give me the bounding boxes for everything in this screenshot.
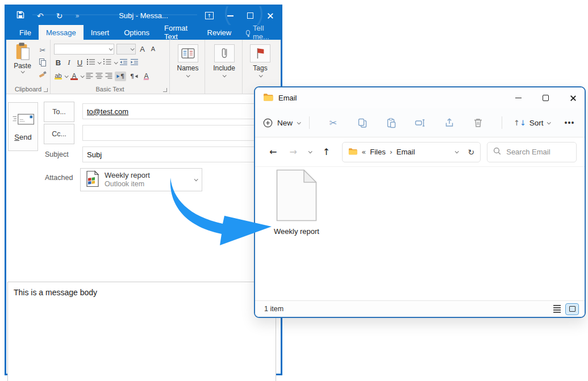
redo-icon[interactable]: ↻ (56, 11, 63, 20)
highlight-button[interactable]: ab (54, 73, 62, 79)
file-weekly-report[interactable]: Weekly report (265, 169, 328, 236)
tags-button[interactable]: Tags (246, 42, 274, 85)
save-icon[interactable] (16, 11, 24, 21)
breadcrumb-prefix: « (361, 148, 366, 156)
format-painter-icon[interactable] (37, 69, 48, 78)
font-color-dropdown-icon[interactable] (81, 74, 85, 78)
font-color-button[interactable]: A (70, 73, 78, 80)
ribbon-tabs: File Message Insert Options Format Text … (6, 25, 281, 40)
sort-arrows-icon: ↑↓ (514, 119, 526, 127)
copy-icon[interactable] (37, 57, 48, 66)
forward-icon[interactable]: → (289, 146, 297, 157)
tab-tell-me[interactable]: Tell me... (239, 25, 281, 40)
file-explorer-window: Email New ✂ ↑ (254, 86, 586, 318)
cut-icon[interactable]: ✂ (327, 116, 340, 129)
tab-file[interactable]: File (12, 25, 39, 40)
rename-icon[interactable] (414, 116, 427, 129)
refresh-icon[interactable]: ↻ (468, 148, 474, 157)
to-value: to@test.com (87, 107, 128, 116)
tab-options[interactable]: Options (116, 25, 157, 40)
subject-field[interactable]: Subj (82, 146, 276, 162)
breadcrumb-email[interactable]: Email (397, 148, 415, 156)
document-icon (276, 169, 317, 224)
qat-overflow-icon[interactable]: » (75, 12, 79, 20)
attachment-dropdown-icon[interactable] (194, 177, 198, 181)
details-view-icon[interactable] (553, 305, 561, 313)
item-count: 1 item (264, 305, 283, 313)
font-name-combo[interactable] (54, 44, 114, 55)
cc-button[interactable]: Cc... (44, 124, 74, 144)
decrease-indent-icon[interactable] (119, 57, 128, 68)
explorer-window-controls (515, 95, 577, 102)
to-button[interactable]: To... (44, 102, 74, 122)
undo-icon[interactable]: ↶ (37, 11, 44, 20)
basic-text-dialog-launcher-icon[interactable] (163, 88, 167, 92)
cut-icon[interactable]: ✂ (37, 45, 48, 55)
tab-format-text[interactable]: Format Text (157, 25, 200, 40)
clipboard-dialog-launcher-icon[interactable] (44, 88, 48, 92)
align-left-icon[interactable] (86, 71, 93, 81)
grow-font-button[interactable]: A (138, 45, 147, 53)
align-center-icon[interactable] (95, 71, 103, 81)
underline-button[interactable]: U (76, 58, 84, 67)
basic-text-group: A A B I U (51, 40, 170, 94)
attachment-chip[interactable]: Weekly report Outlook item (80, 168, 202, 191)
maximize-icon[interactable] (543, 95, 549, 101)
close-icon[interactable] (267, 12, 274, 19)
maximize-icon[interactable] (247, 12, 253, 19)
include-dropdown-icon (223, 73, 227, 77)
file-name-label: Weekly report (274, 227, 319, 236)
search-box[interactable] (487, 142, 577, 162)
names-button[interactable]: Names (173, 42, 202, 85)
close-icon[interactable] (570, 95, 577, 102)
italic-button[interactable]: I (65, 58, 73, 67)
to-field[interactable]: to@test.com (82, 103, 276, 119)
clear-formatting-button[interactable]: A (142, 73, 151, 80)
bold-button[interactable]: B (54, 58, 62, 67)
new-label: New (277, 119, 293, 127)
attachment-name: Weekly report (105, 171, 150, 180)
address-book-icon (178, 44, 198, 62)
numbered-list-icon[interactable] (103, 57, 112, 68)
message-body[interactable]: This is a message body (7, 282, 276, 381)
large-icons-view-button[interactable] (565, 303, 579, 315)
bullet-dropdown-icon[interactable] (98, 60, 102, 64)
delete-icon[interactable] (472, 116, 485, 129)
ribbon: Paste ✂ Clipboard A A (6, 40, 281, 94)
bullet-list-icon[interactable] (86, 57, 95, 68)
popout-icon[interactable]: ↑ (205, 12, 214, 19)
copy-icon[interactable] (356, 116, 369, 129)
tab-review[interactable]: Review (200, 25, 239, 40)
font-size-combo[interactable] (116, 44, 136, 55)
align-right-icon[interactable] (105, 71, 112, 81)
tab-insert[interactable]: Insert (84, 25, 117, 40)
cc-field[interactable] (82, 125, 276, 141)
tab-message[interactable]: Message (39, 25, 84, 40)
sort-dropdown-icon (547, 120, 551, 124)
paste-icon[interactable] (385, 116, 398, 129)
increase-indent-icon[interactable] (130, 57, 139, 68)
sort-button[interactable]: ↑↓ Sort (514, 119, 550, 127)
highlight-dropdown-icon[interactable] (65, 74, 69, 78)
minimize-icon[interactable] (515, 98, 522, 99)
paste-button[interactable]: Paste (10, 42, 35, 81)
shrink-font-button[interactable]: A (149, 46, 157, 52)
minimize-icon[interactable] (227, 15, 233, 16)
address-dropdown-icon[interactable] (455, 149, 459, 153)
share-icon[interactable] (443, 116, 456, 129)
see-more-icon[interactable]: ••• (565, 118, 575, 127)
search-input[interactable] (506, 148, 570, 156)
recent-locations-icon[interactable] (308, 149, 312, 153)
address-bar[interactable]: « Files › Email ↻ (342, 142, 481, 162)
breadcrumb-files[interactable]: Files (370, 148, 385, 156)
thumbnail-view-icon (569, 306, 576, 312)
back-icon[interactable]: ← (269, 146, 277, 157)
new-button[interactable]: New (263, 118, 300, 128)
ltr-direction-button[interactable]: ¶ (115, 72, 126, 81)
up-icon[interactable]: ↑ (323, 146, 330, 157)
send-button[interactable]: Send (8, 102, 38, 151)
rtl-direction-button[interactable]: ¶ (128, 72, 140, 81)
tell-me-label: Tell me... (253, 24, 273, 41)
numbering-dropdown-icon[interactable] (114, 60, 118, 64)
include-button[interactable]: Include (210, 42, 239, 85)
